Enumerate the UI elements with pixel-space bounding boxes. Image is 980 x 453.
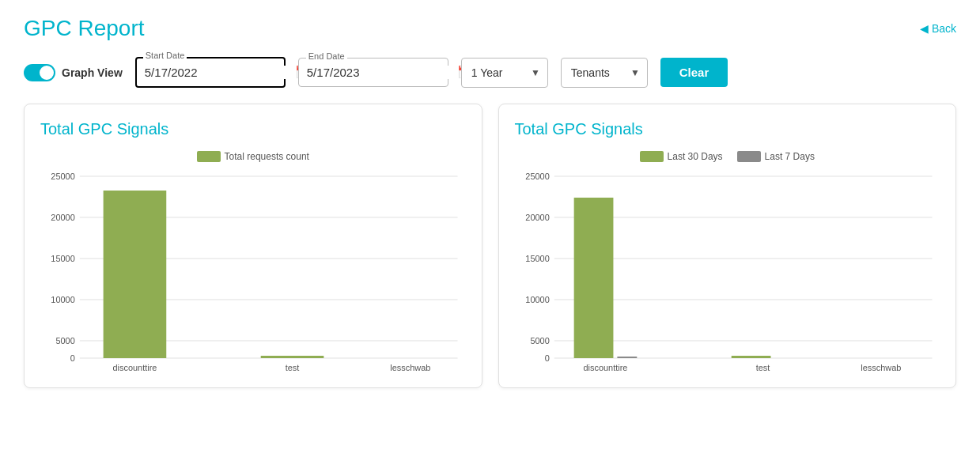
chart-right-legend: Last 30 Days Last 7 Days	[515, 151, 940, 162]
svg-text:0: 0	[544, 353, 549, 363]
legend-item-30days: Last 30 Days	[640, 151, 723, 162]
end-date-input[interactable]	[307, 66, 457, 79]
legend-color-30days	[640, 151, 664, 162]
chart-right-svg: 25000 20000 15000 10000 5000 0 discountt…	[515, 168, 940, 374]
chart-left-svg: 25000 20000 15000 10000 5000 0 discountt…	[40, 168, 466, 374]
bar-discounttire-30-right	[573, 198, 613, 358]
period-select-wrapper: 1 Year 6 Months 3 Months 1 Month ▼	[461, 58, 548, 88]
legend-item-7days: Last 7 Days	[737, 151, 815, 162]
tenant-select[interactable]: Tenants All	[561, 58, 648, 88]
chart-right-card: Total GPC Signals Last 30 Days Last 7 Da…	[498, 104, 957, 388]
chart-right-title: Total GPC Signals	[515, 120, 940, 138]
legend-label-7days: Last 7 Days	[765, 151, 815, 162]
controls-row: Graph View Start Date 📅 End Date 📅 1 Yea…	[24, 57, 956, 88]
svg-text:lesschwab: lesschwab	[390, 363, 430, 372]
chart-left-title: Total GPC Signals	[40, 120, 466, 138]
start-date-field: Start Date 📅	[135, 57, 286, 88]
bar-discounttire-left	[104, 191, 167, 358]
start-date-wrapper[interactable]: 📅	[135, 57, 286, 88]
svg-text:10000: 10000	[51, 295, 74, 304]
graph-view-toggle[interactable]	[24, 64, 55, 81]
legend-label-30days: Last 30 Days	[668, 151, 723, 162]
period-select[interactable]: 1 Year 6 Months 3 Months 1 Month	[461, 58, 548, 88]
end-date-label: End Date	[306, 51, 347, 61]
page-header: GPC Report ◀ Back	[24, 16, 956, 41]
svg-text:25000: 25000	[525, 172, 549, 181]
svg-text:10000: 10000	[525, 295, 549, 304]
svg-text:0: 0	[70, 353, 75, 363]
back-link[interactable]: ◀ Back	[920, 22, 956, 35]
svg-text:test: test	[286, 363, 300, 372]
toggle-label: Graph View	[62, 66, 123, 79]
end-date-wrapper[interactable]: 📅	[298, 58, 448, 87]
tenant-select-wrapper: Tenants All ▼	[561, 58, 648, 88]
svg-text:20000: 20000	[525, 213, 549, 222]
svg-text:5000: 5000	[55, 336, 74, 345]
bar-test-30-right	[731, 356, 770, 358]
svg-text:lesschwab: lesschwab	[861, 363, 901, 372]
svg-text:test: test	[755, 363, 770, 372]
svg-text:15000: 15000	[525, 254, 549, 263]
chart-right-area: 25000 20000 15000 10000 5000 0 discountt…	[515, 168, 940, 374]
svg-text:5000: 5000	[530, 336, 549, 345]
legend-color-total	[197, 151, 221, 162]
legend-item-total: Total requests count	[197, 151, 309, 162]
legend-label-total: Total requests count	[225, 151, 309, 162]
bar-test-left	[261, 356, 324, 358]
chart-left-legend: Total requests count	[40, 151, 466, 162]
page-title: GPC Report	[24, 16, 145, 41]
svg-text:15000: 15000	[51, 254, 74, 263]
back-icon: ◀	[920, 22, 929, 35]
chart-left-card: Total GPC Signals Total requests count 2…	[24, 104, 482, 388]
svg-text:20000: 20000	[51, 213, 74, 222]
legend-color-7days	[737, 151, 761, 162]
bar-discounttire-7-right	[617, 357, 637, 358]
chart-left-area: 25000 20000 15000 10000 5000 0 discountt…	[40, 168, 466, 374]
end-date-field: End Date 📅	[298, 58, 448, 87]
svg-text:25000: 25000	[51, 172, 74, 181]
toggle-wrapper: Graph View	[24, 64, 123, 81]
start-date-label: Start Date	[143, 51, 187, 60]
svg-text:discounttire: discounttire	[583, 363, 627, 372]
charts-row: Total GPC Signals Total requests count 2…	[24, 104, 956, 388]
svg-text:discounttire: discounttire	[112, 363, 157, 372]
clear-button[interactable]: Clear	[660, 58, 728, 87]
start-date-input[interactable]	[145, 66, 295, 79]
